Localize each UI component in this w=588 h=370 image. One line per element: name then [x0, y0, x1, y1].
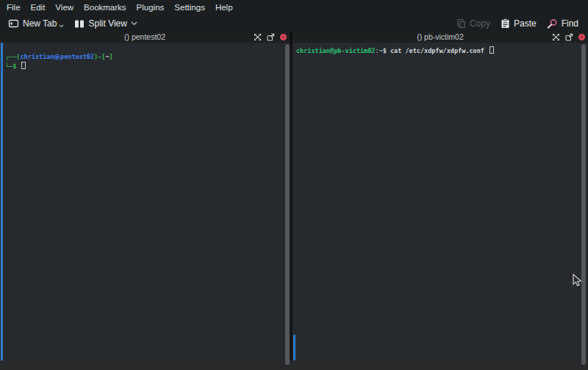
terminal-content: ┌──(christian㉿pentest02)-[~] └─$	[0, 43, 290, 71]
close-terminal-button[interactable]	[280, 34, 287, 40]
terminal-content: christian@pb-victim02:~$ cat /etc/xdpfw/…	[293, 43, 588, 56]
pane-title: () pentest02	[124, 32, 165, 43]
prompt-dollar: └─$	[5, 63, 16, 70]
pane-title: () pb-victim02	[417, 32, 464, 43]
menu-edit[interactable]: Edit	[26, 0, 51, 15]
toolbar-right-group: Copy Paste	[451, 15, 584, 32]
prompt-frame: ┌──(	[5, 53, 20, 60]
split-view-label: Split View	[88, 18, 126, 29]
paste-button[interactable]: Paste	[495, 15, 542, 32]
paste-label: Paste	[514, 18, 537, 29]
detach-terminal-icon[interactable]	[565, 31, 573, 44]
split-view-icon	[74, 19, 85, 29]
menu-file[interactable]: File	[1, 0, 26, 15]
new-tab-button[interactable]: New Tab	[3, 15, 69, 32]
toolbar-left-group: New Tab Split View	[3, 15, 143, 32]
menu-help[interactable]: Help	[210, 0, 238, 15]
pane-header-pentest02: () pentest02	[0, 32, 290, 43]
mouse-cursor	[573, 274, 582, 290]
prompt-user-host: christian@pb-victim02	[296, 47, 375, 54]
menu-bookmarks[interactable]: Bookmarks	[79, 0, 132, 15]
prompt-frame: )-[	[94, 53, 105, 60]
paste-icon	[501, 18, 510, 29]
copy-icon	[456, 18, 466, 29]
scrollbar-right-terminal[interactable]	[581, 44, 586, 365]
prompt-user-host: christian㉿pentest02	[20, 53, 94, 60]
maximize-terminal-icon[interactable]	[552, 31, 560, 44]
menu-view[interactable]: View	[50, 0, 79, 15]
find-button[interactable]: Find	[542, 15, 584, 32]
detach-terminal-icon[interactable]	[267, 31, 275, 44]
pane-header-pb-victim02: () pb-victim02	[293, 32, 588, 43]
copy-label: Copy	[470, 18, 490, 29]
menu-plugins[interactable]: Plugins	[132, 0, 170, 15]
terminal-pentest02[interactable]: ┌──(christian㉿pentest02)-[~] └─$	[0, 43, 290, 360]
close-terminal-button[interactable]	[578, 34, 585, 40]
find-label: Find	[562, 18, 578, 29]
find-icon	[547, 18, 558, 29]
scroll-highlight-marker	[293, 335, 295, 360]
pane-controls	[254, 32, 287, 43]
split-view-dropdown-icon[interactable]	[131, 21, 137, 26]
new-tab-icon	[8, 18, 19, 29]
prompt-space	[16, 63, 20, 70]
new-tab-dropdown-icon[interactable]	[59, 24, 64, 28]
menu-settings[interactable]: Settings	[169, 0, 210, 15]
scrollbar-left-terminal[interactable]	[285, 44, 290, 365]
konsole-window: File Edit View Bookmarks Plugins Setting…	[0, 0, 588, 370]
prompt-frame: ]	[110, 53, 113, 60]
split-view-button[interactable]: Split View	[69, 15, 142, 32]
terminal-cursor	[490, 46, 494, 54]
menu-bar: File Edit View Bookmarks Plugins Setting…	[0, 0, 588, 15]
command-text: cat /etc/xdpfw/xdpfw.conf	[387, 47, 488, 54]
terminal-cursor	[21, 62, 26, 69]
scroll-highlight-marker	[1, 43, 3, 360]
maximize-terminal-icon[interactable]	[254, 31, 262, 44]
new-tab-label: New Tab	[23, 18, 57, 29]
toolbar: New Tab Split View	[0, 15, 588, 32]
pane-controls	[552, 32, 585, 43]
split-header-row: () pentest02 () pb-victim02	[0, 32, 588, 43]
copy-button[interactable]: Copy	[451, 15, 495, 32]
terminal-pb-victim02[interactable]: christian@pb-victim02:~$ cat /etc/xdpfw/…	[293, 43, 588, 360]
window-bottom-strip	[0, 360, 588, 370]
